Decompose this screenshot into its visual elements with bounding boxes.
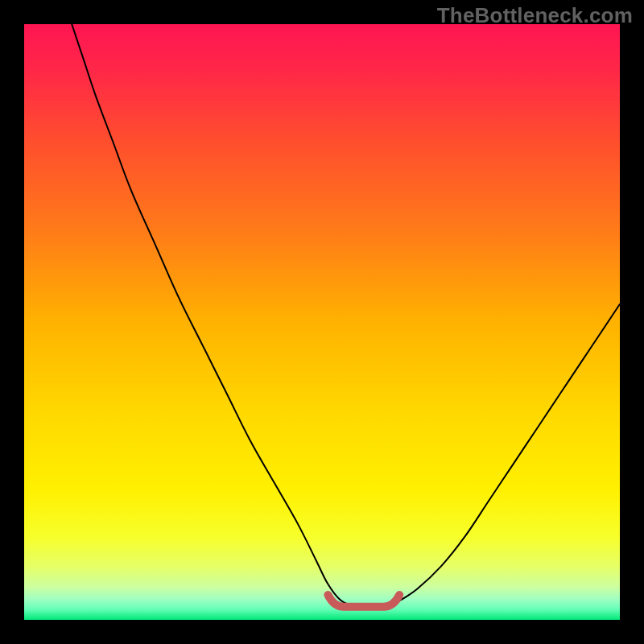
- watermark-text: TheBottleneck.com: [437, 3, 633, 28]
- heatmap-background: [24, 24, 620, 620]
- plot-area: [24, 24, 620, 620]
- chart-svg: [24, 24, 620, 620]
- chart-frame: TheBottleneck.com: [0, 0, 644, 644]
